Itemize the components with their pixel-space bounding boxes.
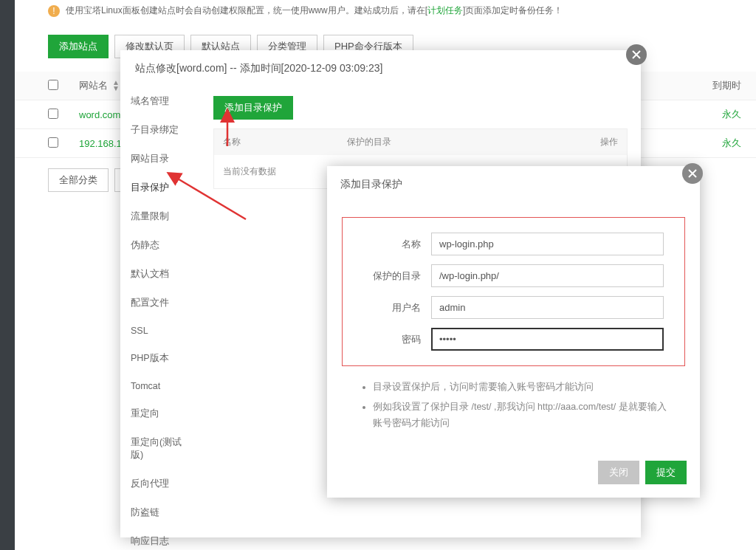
- side-tab[interactable]: 重定向(测试版): [120, 428, 200, 470]
- side-tab[interactable]: 防盗链: [120, 498, 200, 527]
- user-input[interactable]: [431, 296, 664, 319]
- side-tab[interactable]: PHP版本: [120, 344, 200, 373]
- side-tab[interactable]: 配置文件: [120, 289, 200, 317]
- pass-input[interactable]: [431, 328, 664, 351]
- side-tab[interactable]: SSL: [120, 317, 200, 344]
- name-label: 名称: [343, 238, 431, 251]
- side-tab[interactable]: 重定向: [120, 399, 200, 428]
- modal-title: 添加目录保护: [327, 166, 700, 204]
- side-tab[interactable]: 流量限制: [120, 202, 200, 231]
- add-dir-protect-button[interactable]: 添加目录保护: [213, 96, 293, 120]
- side-tab[interactable]: Tomcat: [120, 373, 200, 399]
- close-button[interactable]: 关闭: [598, 461, 639, 484]
- name-input[interactable]: [431, 233, 664, 255]
- side-tab[interactable]: 响应日志: [120, 527, 200, 550]
- col-op: 操作: [583, 129, 628, 156]
- col-dir: 保护的目录: [338, 129, 583, 156]
- modal-title: 站点修改[word.com] -- 添加时间[2020-12-09 03:09:…: [120, 50, 641, 87]
- side-tab[interactable]: 网站目录: [120, 145, 200, 173]
- close-icon[interactable]: [682, 163, 703, 184]
- side-tab[interactable]: 域名管理: [120, 87, 200, 116]
- side-tabs: 域名管理子目录绑定网站目录目录保护流量限制伪静态默认文档配置文件SSLPHP版本…: [120, 87, 200, 537]
- side-tab[interactable]: 默认文档: [120, 260, 200, 289]
- side-tab[interactable]: 目录保护: [120, 173, 200, 202]
- dir-input[interactable]: [431, 264, 664, 287]
- tip-item: 例如我设置了保护目录 /test/ ,那我访问 http://aaa.com/t…: [373, 399, 669, 431]
- form-highlight-box: 名称 保护的目录 用户名 密码: [342, 217, 685, 366]
- side-tab[interactable]: 反向代理: [120, 470, 200, 498]
- add-dir-protect-modal: 添加目录保护 名称 保护的目录 用户名 密码 目录设置保护后，访问时需要输入账号…: [327, 166, 700, 498]
- tips-list: 目录设置保护后，访问时需要输入账号密码才能访问 例如我设置了保护目录 /test…: [342, 366, 685, 443]
- tip-item: 目录设置保护后，访问时需要输入账号密码才能访问: [373, 379, 669, 395]
- close-icon[interactable]: [626, 44, 647, 65]
- dir-label: 保护的目录: [343, 269, 431, 283]
- side-tab[interactable]: 子目录绑定: [120, 116, 200, 145]
- modal-footer: 关闭 提交: [327, 450, 700, 498]
- col-name: 名称: [214, 129, 338, 156]
- pass-label: 密码: [343, 333, 431, 346]
- user-label: 用户名: [343, 301, 431, 314]
- submit-button[interactable]: 提交: [645, 461, 687, 484]
- side-tab[interactable]: 伪静态: [120, 231, 200, 260]
